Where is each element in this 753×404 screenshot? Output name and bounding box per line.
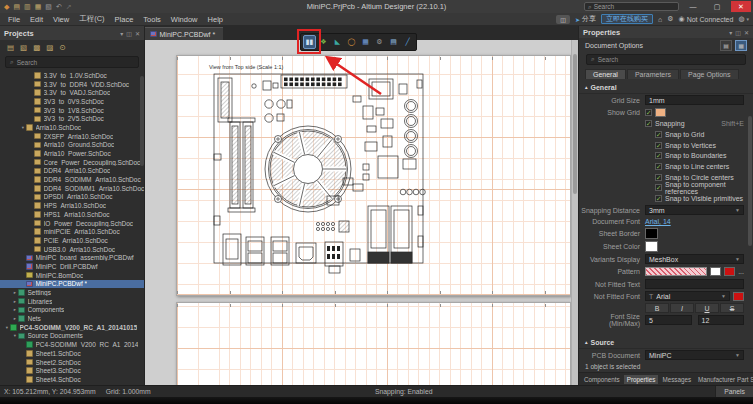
tab-general[interactable]: General [585, 69, 626, 79]
refresh-icon[interactable]: ⊙ [59, 43, 65, 52]
properties-collapse-icon[interactable]: ▾ [729, 29, 732, 36]
tree-item[interactable]: MiniPC.BomDoc [0, 271, 144, 280]
projects-search-input[interactable]: ⌕ Search [5, 56, 139, 68]
pattern-swatch[interactable] [645, 267, 707, 276]
open-project-icon[interactable]: ▩ [33, 43, 40, 52]
tree-item[interactable]: MiniPC_board_assembly.PCBDwf [0, 253, 144, 262]
buy-online-button[interactable]: 立即在线购买 [601, 14, 653, 24]
tree-item[interactable]: ▾Arria10.SchDoc [0, 123, 144, 132]
not-fitted-text-input[interactable] [645, 279, 744, 289]
tree-item[interactable]: DDR4_SODIMM_Arria10.SchDoc [0, 175, 144, 184]
source-section-header[interactable]: ▴Source [579, 336, 753, 349]
tree-item[interactable]: IO_Power_Decoupling.SchDoc [0, 219, 144, 228]
minimize-button[interactable]: — [683, 1, 703, 12]
open-icon[interactable]: ▥ [24, 3, 31, 10]
variants-display-select[interactable]: MeshBox▼ [645, 254, 744, 264]
global-search-input[interactable]: ⌕ Search [584, 2, 679, 11]
properties-pin-icon[interactable]: ◫ [735, 29, 741, 36]
close-button[interactable]: ✕ [731, 1, 751, 12]
snapping-checkbox[interactable]: ✓ [645, 120, 652, 127]
add-doc-icon[interactable]: ▨ [46, 43, 53, 52]
tree-item[interactable]: Arria10_Power.SchDoc [0, 149, 144, 158]
underline-button[interactable]: U [695, 303, 719, 313]
snap-option-checkbox[interactable]: ✓ [655, 142, 662, 149]
menu-view[interactable]: View [49, 15, 73, 24]
menu-edit[interactable]: Edit [26, 15, 47, 24]
sheet-page-2[interactable] [176, 302, 571, 385]
font-size-max-input[interactable]: 12 [698, 315, 745, 325]
snap-option-checkbox[interactable]: ✓ [655, 184, 662, 191]
bottom-tab-messages[interactable]: Messages [659, 375, 694, 384]
menu-c[interactable]: 工程(C) [75, 14, 108, 24]
detail-view-icon[interactable]: ◯ [345, 35, 358, 49]
tree-item[interactable]: ▸Libraries [0, 297, 144, 306]
tree-item[interactable]: ▾Source Documents [0, 332, 144, 341]
draftsman-canvas[interactable]: View from Top side (Scale 1:1) [145, 40, 578, 385]
bold-button[interactable]: B [645, 303, 669, 313]
tree-item[interactable]: 3.3V_to_VADJ.SchDoc [0, 88, 144, 97]
tree-item[interactable]: 3.3V_to_DDR4_VDD.SchDoc [0, 80, 144, 89]
redo-icon[interactable]: ↗ [66, 3, 72, 10]
home-icon[interactable]: ⌂ [658, 16, 662, 23]
doc-lock-icon[interactable]: ▦ [735, 40, 747, 51]
grid-color-swatch[interactable] [655, 108, 666, 117]
connection-status[interactable]: ◉ Not Connected [679, 15, 734, 23]
line-tool-icon[interactable]: ╱ [401, 35, 414, 49]
tree-item[interactable]: DDR4_Arria10.SchDoc [0, 167, 144, 176]
snap-option-checkbox[interactable]: ✓ [655, 174, 662, 181]
font-size-min-input[interactable]: 5 [645, 315, 692, 325]
doc-options-icon[interactable]: ▤ [720, 40, 732, 51]
menu-place[interactable]: Place [111, 15, 138, 24]
tree-item[interactable]: DPSDI_Arria10.SchDoc [0, 193, 144, 202]
menu-help[interactable]: Help [204, 15, 227, 24]
snap-option-checkbox[interactable]: ✓ [655, 131, 662, 138]
tree-item[interactable]: 3V3_to_0V9.SchDoc [0, 97, 144, 106]
sheet-page-1[interactable]: View from Top side (Scale 1:1) [176, 55, 571, 296]
fabrication-view-icon[interactable]: ▦ [359, 35, 372, 49]
tree-item[interactable]: ▸Components [0, 306, 144, 315]
bottom-tab-components[interactable]: Components [581, 375, 623, 384]
properties-search-input[interactable]: ⌕ Search [586, 54, 746, 65]
tree-item[interactable]: PCIE_Arria10.SchDoc [0, 236, 144, 245]
tree-item[interactable]: 3V3_to_2V5.SchDoc [0, 114, 144, 123]
projects-pin-icon[interactable]: ◫ [126, 30, 132, 37]
gear-icon[interactable]: ⚙ [667, 15, 673, 23]
tree-item[interactable]: USB3.0_Arria10.SchDoc [0, 245, 144, 254]
bottom-tab-manufacturer-part-search[interactable]: Manufacturer Part Search [695, 375, 753, 384]
copy-icon[interactable]: ▧ [45, 3, 52, 10]
panels-button[interactable]: Panels [715, 386, 753, 397]
sheet-border-color-swatch[interactable] [645, 228, 658, 239]
maximize-button[interactable]: ▢ [707, 1, 727, 12]
snap-option-checkbox[interactable]: ✓ [655, 152, 662, 159]
undo-icon[interactable]: ↶ [56, 3, 62, 10]
save-all-icon[interactable]: ▤ [7, 43, 14, 52]
share-button[interactable]: ➤ 分享 [575, 14, 596, 24]
tree-item[interactable]: Sheet1.SchDoc [0, 349, 144, 358]
properties-close-icon[interactable]: ✕ [744, 29, 749, 36]
pcb-document-select[interactable]: MiniPC▼ [645, 350, 744, 360]
new-document-icon[interactable]: ▤ [13, 3, 20, 10]
menu-tools[interactable]: Tools [139, 15, 165, 24]
not-fitted-font-select[interactable]: T Arial▼ [645, 291, 730, 301]
tree-item[interactable]: HPS_Arria10.SchDoc [0, 201, 144, 210]
tree-item[interactable]: 3V3_to_1V8.SchDoc [0, 106, 144, 115]
tree-item[interactable]: HPS1_Arria10.SchDoc [0, 210, 144, 219]
table-icon[interactable]: ▤ [387, 35, 400, 49]
document-tab[interactable]: MiniPC.PCBDwf * [145, 27, 223, 40]
tree-item[interactable]: ▾PC4-SODIMM_V200_RC_A1_20141015 [0, 323, 144, 332]
user-menu[interactable]: ◍ ▾ [738, 15, 749, 23]
tools-icon[interactable]: ⚙ [373, 35, 386, 49]
tree-item[interactable]: DDR4_SODIMM1_Arria10.SchDoc [0, 184, 144, 193]
compile-icon[interactable]: ▧ [20, 43, 27, 52]
tree-item[interactable]: ▸Nets [0, 314, 144, 323]
pattern-fg-swatch[interactable] [724, 267, 735, 276]
tree-item[interactable]: Sheet4.SchDoc [0, 375, 144, 384]
not-fitted-font-color-swatch[interactable] [733, 292, 744, 301]
document-font-link[interactable]: Arial, 14 [645, 218, 671, 225]
save-icon[interactable]: ▦ [35, 3, 42, 10]
tree-item[interactable]: Core_Power_Decoupling.SchDoc [0, 158, 144, 167]
menu-file[interactable]: File [4, 15, 24, 24]
italic-button[interactable]: I [670, 303, 694, 313]
tree-item[interactable]: PC4-SODIMM_V200_RC_A1_2014 [0, 340, 144, 349]
projects-scrollbar[interactable] [140, 76, 144, 166]
